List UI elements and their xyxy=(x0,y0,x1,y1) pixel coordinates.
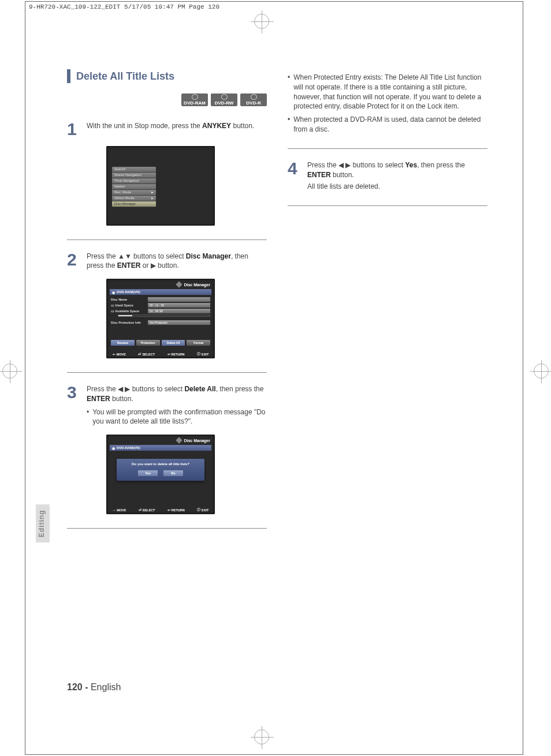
disc-name-value xyxy=(148,297,210,302)
divider xyxy=(67,372,267,373)
space-bar xyxy=(118,315,210,317)
osd-footer: ⇠MOVE ⏎SELECT ↩RETURN ⓘEXIT xyxy=(106,352,215,356)
divider xyxy=(67,239,267,240)
step-number: 2 xyxy=(67,252,81,271)
osd-anykey-menu: Search Scene Navigation Time Navigation … xyxy=(106,146,215,226)
osd-disc-manager: Disc Manager ◉DVD-RAM(VR) Disc Name ▭ Us… xyxy=(106,279,215,358)
section-tab-editing: Editing xyxy=(36,504,50,542)
dialog-message: Do you want to delete all title lists? xyxy=(119,462,202,466)
registration-mark-icon xyxy=(254,729,269,744)
diamond-icon xyxy=(176,437,183,444)
used-space-value: 00 : 11 : 55 xyxy=(148,303,210,308)
disc-name-label: Disc Name xyxy=(111,298,146,301)
avail-space-label: ▭ Available Space xyxy=(111,309,146,313)
right-column: •When Protected Entry exists: The Delete… xyxy=(288,69,487,218)
osd-title: Disc Manager xyxy=(184,439,210,443)
osd-menu-item: Search xyxy=(112,167,156,173)
confirm-dialog: Do you want to delete all title lists? Y… xyxy=(117,459,204,481)
protection-label: Disc Protection Info xyxy=(111,321,146,324)
step-number: 3 xyxy=(67,384,81,426)
dialog-yes-button: Yes xyxy=(138,470,158,476)
section-title: Delete All Title Lists xyxy=(67,69,267,83)
osd-menu-item: Scene Navigation xyxy=(112,173,156,178)
divider xyxy=(288,148,487,149)
osd-menu-list: Search Scene Navigation Time Navigation … xyxy=(112,167,156,207)
step-number: 4 xyxy=(288,160,301,192)
osd-footer: ↔MOVE ⏎SELECT ↩RETURN ⓘEXIT xyxy=(106,508,215,512)
title-bar-icon xyxy=(67,69,70,83)
disc-badge-dvd-r: DVD-R xyxy=(240,93,267,106)
page-footer: 120 - English xyxy=(67,682,121,693)
divider xyxy=(67,528,267,529)
step-number: 1 xyxy=(67,121,81,138)
osd-delete-all-button: Delete All xyxy=(162,340,185,346)
step-body: Press the ▲▼ buttons to select Disc Mana… xyxy=(87,252,267,271)
chevron-right-icon: ▶ xyxy=(151,196,154,200)
notes-list: •When Protected Entry exists: The Delete… xyxy=(288,73,487,134)
osd-subtitle: ◉DVD-RAM(VR) xyxy=(110,445,211,451)
osd-title: Disc Manager xyxy=(184,283,210,287)
disc-type-badges: DVD-RAM DVD-RW DVD-R xyxy=(67,93,267,106)
prepress-header: 9-HR720-XAC_109-122_EDIT 5/17/05 10:47 P… xyxy=(29,3,219,10)
left-column: Delete All Title Lists DVD-RAM DVD-RW DV… xyxy=(67,69,267,540)
registration-mark-icon xyxy=(534,364,549,379)
osd-protection-button: Protection xyxy=(136,340,160,346)
osd-subtitle: ◉DVD-RAM(VR) xyxy=(110,289,211,295)
osd-menu-item: Time Navigation xyxy=(112,178,156,184)
dialog-no-button: No xyxy=(163,470,183,476)
step-body: Press the ◀ ▶ buttons to select Yes, the… xyxy=(307,160,487,192)
step-1: 1 With the unit in Stop mode, press the … xyxy=(67,121,267,138)
step-3: 3 Press the ◀ ▶ buttons to select Delete… xyxy=(67,384,267,426)
avail-space-value: 01 : 06 SP xyxy=(148,309,210,313)
disc-badge-dvd-rw: DVD-RW xyxy=(211,93,237,106)
disc-badge-dvd-ram: DVD-RAM xyxy=(181,93,208,106)
step-body: With the unit in Stop mode, press the AN… xyxy=(87,121,267,138)
divider xyxy=(288,205,487,206)
osd-rename-button: Rename xyxy=(111,340,135,346)
osd-menu-item: Select Media▶ xyxy=(112,196,156,201)
osd-menu-item: Marker xyxy=(112,184,156,190)
registration-mark-icon xyxy=(254,14,269,29)
title-text: Delete All Title Lists xyxy=(76,70,174,83)
protection-value: Not Protected xyxy=(148,320,210,325)
osd-menu-item: Rec. Mode▶ xyxy=(112,190,156,196)
osd-menu-item-selected: Disc Manager xyxy=(112,201,156,207)
registration-mark-icon xyxy=(2,364,17,379)
osd-confirm-dialog: Disc Manager ◉DVD-RAM(VR) Do you want to… xyxy=(106,435,215,514)
used-space-label: ▭ Used Space xyxy=(111,304,146,307)
diamond-icon xyxy=(176,281,183,287)
step-4: 4 Press the ◀ ▶ buttons to select Yes, t… xyxy=(288,160,487,192)
step-body: Press the ◀ ▶ buttons to select Delete A… xyxy=(87,384,267,426)
step-2: 2 Press the ▲▼ buttons to select Disc Ma… xyxy=(67,252,267,271)
chevron-right-icon: ▶ xyxy=(151,190,154,194)
osd-format-button: Format xyxy=(187,340,210,346)
